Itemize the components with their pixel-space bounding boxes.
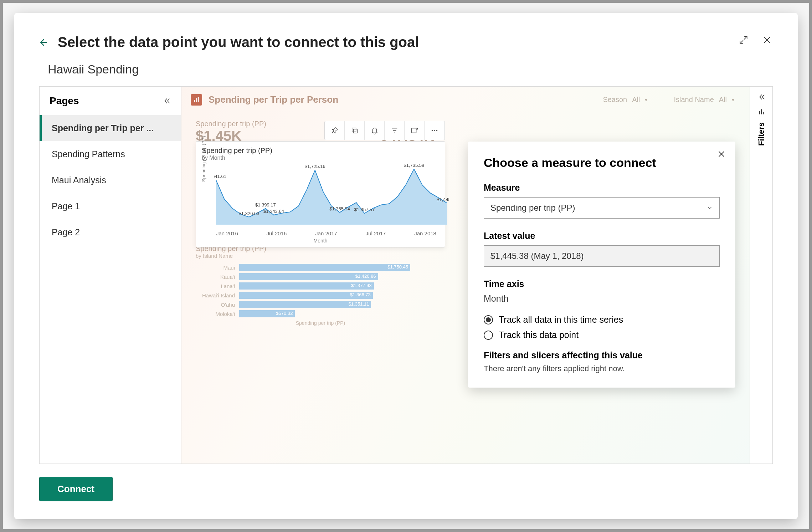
pages-header-label: Pages	[50, 95, 79, 107]
back-button[interactable]	[39, 38, 48, 47]
expand-filters-icon[interactable]	[757, 93, 765, 101]
focus-icon[interactable]	[405, 121, 425, 140]
latest-value-text: $1,445.38 (May 1, 2018)	[490, 251, 584, 261]
svg-rect-19	[761, 109, 762, 114]
svg-point-6	[432, 130, 433, 131]
svg-text:$1,445.38: $1,445.38	[437, 197, 449, 202]
svg-text:$1,735.58: $1,735.58	[404, 164, 425, 168]
chevron-down-icon	[706, 205, 713, 211]
filters-rail[interactable]: Filters	[750, 87, 772, 464]
page-item[interactable]: Spending per Trip per ...	[40, 115, 181, 141]
svg-rect-18	[759, 111, 760, 114]
page-item[interactable]: Page 1	[40, 193, 181, 219]
slicer[interactable]: Island NameAll▾	[668, 93, 740, 106]
chevron-down-icon: ▾	[645, 97, 647, 103]
filter-icon[interactable]	[385, 121, 405, 140]
radio-track-point-label: Track this data point	[499, 330, 579, 340]
x-tick: Jan 2016	[216, 230, 238, 236]
radio-track-point[interactable]: Track this data point	[484, 330, 720, 340]
line-chart-title: Spending per trip (PP)	[202, 147, 439, 155]
latest-value-label: Latest value	[484, 231, 720, 241]
filters-text: There aren't any filters applied right n…	[484, 364, 720, 373]
svg-rect-20	[763, 112, 764, 114]
latest-value-field: $1,445.38 (May 1, 2018)	[484, 245, 720, 267]
bar-row: Moloka'i$570.32	[196, 310, 445, 317]
measure-value: Spending per trip (PP)	[490, 203, 575, 213]
page-item[interactable]: Maui Analysis	[40, 167, 181, 193]
line-chart-visual[interactable]: Spending per trip (PP) by Month Spending…	[196, 141, 445, 247]
alert-icon[interactable]	[365, 121, 385, 140]
report-canvas: Spending per Trip per Person SeasonAll▾I…	[181, 87, 750, 464]
svg-rect-3	[353, 129, 357, 133]
bar-row: O'ahu$1,351.11	[196, 301, 445, 308]
svg-text:$1,357.57: $1,357.57	[354, 207, 375, 212]
pages-pane: Pages Spending per Trip per ...Spending …	[40, 87, 181, 464]
bar-chart-subtitle: by Island Name	[196, 253, 445, 259]
x-tick: Jan 2018	[414, 230, 436, 236]
time-axis-value: Month	[484, 293, 720, 304]
panel-close-icon[interactable]	[718, 150, 725, 158]
line-chart-xlabel: Month	[202, 238, 439, 244]
filters-header: Filters and slicers affecting this value	[484, 350, 720, 360]
svg-rect-5	[411, 128, 416, 133]
svg-point-7	[434, 130, 435, 131]
dialog-title: Select the data point you want to connec…	[58, 34, 419, 50]
svg-text:$1,641.61: $1,641.61	[214, 174, 226, 179]
svg-rect-4	[352, 128, 356, 132]
pin-icon[interactable]	[325, 121, 345, 140]
svg-text:$1,399.17: $1,399.17	[255, 202, 276, 208]
copy-icon[interactable]	[345, 121, 365, 140]
page-item[interactable]: Page 2	[40, 219, 181, 245]
more-icon[interactable]	[425, 121, 444, 140]
collapse-pages-icon[interactable]	[163, 97, 171, 105]
measure-connect-panel: Choose a measure to connect Measure Spen…	[468, 142, 735, 388]
filters-rail-label: Filters	[757, 122, 766, 146]
time-axis-label: Time axis	[484, 279, 720, 289]
svg-rect-2	[198, 97, 199, 102]
svg-text:$1,326.63: $1,326.63	[239, 211, 259, 216]
radio-icon-selected	[484, 315, 493, 324]
bar-chart-visual[interactable]: Spending per trip (PP) by Island Name Ma…	[196, 245, 445, 326]
connect-data-point-dialog: Select the data point you want to connec…	[14, 13, 798, 519]
report-name: Hawaii Spending	[48, 62, 773, 76]
radio-icon	[484, 331, 493, 340]
svg-text:$1,365.94: $1,365.94	[329, 206, 350, 211]
connect-button[interactable]: Connect	[39, 477, 113, 501]
bar-row: Hawai'i Island$1,366.73	[196, 292, 445, 299]
x-tick: Jul 2016	[267, 230, 287, 236]
expand-icon[interactable]	[738, 34, 749, 46]
panel-title: Choose a measure to connect	[484, 156, 720, 170]
workspace: Pages Spending per Trip per ...Spending …	[39, 86, 773, 464]
visual-toolbar	[324, 121, 445, 140]
page-item[interactable]: Spending Patterns	[40, 141, 181, 167]
svg-point-8	[436, 130, 438, 131]
radio-track-all[interactable]: Track all data in this time series	[484, 314, 720, 325]
chevron-down-icon: ▾	[732, 97, 734, 103]
x-tick: Jul 2017	[366, 230, 386, 236]
line-chart-ylabel: Spending per trip (PP)	[201, 136, 206, 182]
close-icon[interactable]	[761, 34, 773, 46]
svg-rect-1	[196, 98, 197, 102]
x-tick: Jan 2017	[315, 230, 337, 236]
report-icon	[191, 94, 202, 106]
bar-chart-xlabel: Spending per trip (PP)	[196, 320, 445, 326]
line-chart-subtitle: by Month	[202, 155, 439, 161]
svg-text:$1,343.64: $1,343.64	[263, 209, 284, 214]
bar-row: Maui$1,750.45	[196, 264, 445, 271]
canvas-title: Spending per Trip per Person	[209, 94, 338, 105]
filters-icon	[758, 108, 765, 115]
measure-label: Measure	[484, 183, 720, 193]
svg-text:$1,725.16: $1,725.16	[305, 164, 325, 169]
measure-select[interactable]: Spending per trip (PP)	[484, 197, 720, 219]
bar-row: Kaua'i$1,420.86	[196, 273, 445, 280]
svg-rect-0	[194, 100, 195, 102]
radio-track-all-label: Track all data in this time series	[499, 314, 623, 325]
slicer[interactable]: SeasonAll▾	[597, 93, 653, 106]
bar-row: Lana'i$1,377.93	[196, 282, 445, 290]
